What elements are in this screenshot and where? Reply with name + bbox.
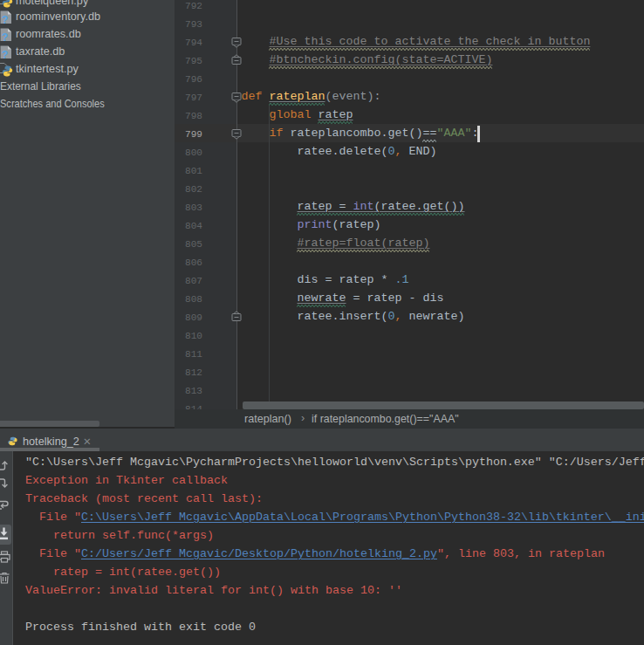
svg-text:?: ? [2, 49, 9, 59]
svg-text:?: ? [2, 31, 9, 42]
svg-text:?: ? [2, 14, 9, 24]
